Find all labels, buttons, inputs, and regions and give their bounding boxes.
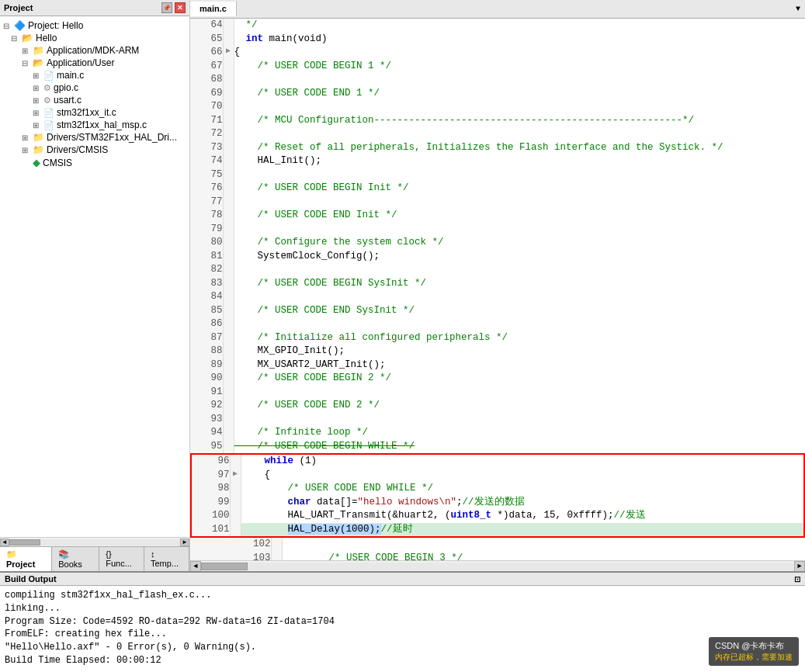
tree-item-hello[interactable]: ⊟ 📂 Hello <box>0 32 189 44</box>
editor-h-scrollbar[interactable]: ◄ ► <box>190 560 805 571</box>
code-content <box>234 290 805 304</box>
folder-icon: 📁 <box>33 132 44 143</box>
tree-item-app-user[interactable]: ⊟ 📂 Application/User <box>0 57 189 69</box>
pin-button[interactable]: 📌 <box>161 2 172 13</box>
line-arrow <box>223 154 234 168</box>
line-arrow <box>223 33 234 47</box>
scroll-left-btn[interactable]: ◄ <box>0 539 9 546</box>
code-content <box>234 127 805 141</box>
line-arrow <box>223 345 234 359</box>
scroll-right-btn[interactable]: ► <box>180 539 189 546</box>
code-content: /* USER CODE END 2 */ <box>234 399 805 413</box>
code-line-75: 75 <box>190 168 805 182</box>
tree-label: Project: Hello <box>28 20 83 31</box>
scroll-track[interactable] <box>201 563 794 570</box>
tree-item-project-root[interactable]: ⊟ 🔷 Project: Hello <box>0 19 189 32</box>
scroll-right-btn[interactable]: ► <box>794 561 805 572</box>
build-line-6: Build Time Elapsed: 00:00:12 <box>5 654 800 667</box>
code-line-65: 65 int main(void) <box>190 33 805 47</box>
line-number: 96 <box>191 454 230 469</box>
line-number: 69 <box>190 87 223 101</box>
line-number: 71 <box>190 114 223 128</box>
tab-project[interactable]: 📁 Project <box>0 547 52 571</box>
file-icon: 📄 <box>43 108 54 118</box>
line-number: 99 <box>191 496 230 510</box>
scroll-left-btn[interactable]: ◄ <box>190 561 201 572</box>
line-arrow <box>230 523 241 538</box>
code-line-78: 78 /* USER CODE END Init */ <box>190 209 805 223</box>
code-line-68: 68 <box>190 73 805 87</box>
code-content <box>234 196 805 210</box>
tree-label: Hello <box>36 33 57 43</box>
line-number: 97 <box>191 469 230 483</box>
code-content: { <box>234 46 805 60</box>
line-number: 90 <box>190 372 223 386</box>
code-line-94: 94 /* Infinite loop */ <box>190 426 805 440</box>
code-content <box>234 100 805 114</box>
code-content <box>234 317 805 331</box>
code-line-79: 79 <box>190 223 805 237</box>
tab-temp[interactable]: ↕ Temp... <box>144 547 189 571</box>
line-number: 87 <box>190 331 223 345</box>
code-content <box>234 413 805 427</box>
code-line-70: 70 <box>190 100 805 114</box>
line-number: 95 <box>190 440 223 454</box>
code-content: /* USER CODE BEGIN Init */ <box>234 182 805 196</box>
line-number: 70 <box>190 100 223 114</box>
tree-item-usart-c[interactable]: ⊞ ⚙ usart.c <box>0 94 189 106</box>
h-scroll-track[interactable] <box>9 539 180 546</box>
code-content <box>234 168 805 182</box>
tab-func[interactable]: {} Func... <box>99 547 144 571</box>
tree-label: Drivers/STM32F1xx_HAL_Dri... <box>47 132 177 143</box>
code-content: SystemClock_Config(); <box>234 250 805 264</box>
tree-label: Application/User <box>47 57 114 68</box>
expand-icon: ⊟ <box>11 34 20 43</box>
tree-item-main-c[interactable]: ⊞ 📄 main.c <box>0 69 189 81</box>
panel-header-icons: 📌 ✕ <box>161 2 186 13</box>
line-arrow <box>223 60 234 74</box>
code-content: HAL_Init(); <box>234 154 805 168</box>
editor-tab-main-c[interactable]: main.c <box>190 2 237 16</box>
editor-tabs: main.c ▼ <box>190 0 805 19</box>
line-number: 66 <box>190 46 223 60</box>
gear-icon: ⚙ <box>43 95 51 106</box>
tree-item-gpio-c[interactable]: ⊞ ⚙ gpio.c <box>0 81 189 94</box>
line-arrow <box>223 141 234 155</box>
code-content: /* USER CODE BEGIN SysInit */ <box>234 277 805 291</box>
line-arrow <box>230 454 241 469</box>
panel-header-title: Project <box>4 3 33 12</box>
code-content: /* USER CODE END 1 */ <box>234 87 805 101</box>
build-line-3: Program Size: Code=4592 RO-data=292 RW-d… <box>5 615 800 629</box>
tree-item-mdk-arm[interactable]: ⊞ 📁 Application/MDK-ARM <box>0 44 189 57</box>
code-content <box>234 73 805 87</box>
code-line-71: 71 /* MCU Configuration-----------------… <box>190 114 805 128</box>
build-line-4: FromELF: creating hex file... <box>5 628 800 641</box>
tree-item-drivers-cmsis[interactable]: ⊞ 📁 Drivers/CMSIS <box>0 144 189 156</box>
file-icon: 📄 <box>43 71 54 81</box>
code-content: /* USER CODE BEGIN 1 */ <box>234 60 805 74</box>
tree-scrollbar[interactable]: ◄ ► <box>0 537 189 546</box>
tree-item-stm32f1xx-it[interactable]: ⊞ 📄 stm32f1xx_it.c <box>0 106 189 119</box>
editor-tab-arrow[interactable]: ▼ <box>791 2 805 16</box>
highlight-region: 96 while (1) 97 ▶ { 98 <box>190 453 805 538</box>
watermark: CSDN @卡布卡布 内存已超标，需要加速 <box>709 637 799 666</box>
line-arrow <box>223 196 234 210</box>
code-line-85: 85 /* USER CODE END SysInit */ <box>190 304 805 318</box>
tree-item-stm32f1xx-hal-msp[interactable]: ⊞ 📄 stm32f1xx_hal_msp.c <box>0 119 189 131</box>
code-content: /* USER CODE END SysInit */ <box>234 304 805 318</box>
code-line-77: 77 <box>190 196 805 210</box>
build-output-resize-icon[interactable]: ⊡ <box>794 575 800 584</box>
code-container[interactable]: 64 */ 65 int main(void) 66 ▶ { <box>190 19 805 560</box>
code-content: /* USER CODE BEGIN 2 */ <box>234 372 805 386</box>
tree-item-cmsis[interactable]: ◆ CMSIS <box>0 156 189 169</box>
tab-books[interactable]: 📚 Books <box>52 547 99 571</box>
line-arrow <box>223 386 234 400</box>
scroll-thumb <box>201 563 248 570</box>
close-panel-button[interactable]: ✕ <box>175 2 186 13</box>
code-line-90: 90 /* USER CODE BEGIN 2 */ <box>190 372 805 386</box>
code-content: /* Configure the system clock */ <box>234 236 805 250</box>
code-content: /* Reset of all peripherals, Initializes… <box>234 141 805 155</box>
line-arrow <box>223 182 234 196</box>
tree-item-drivers-stm32[interactable]: ⊞ 📁 Drivers/STM32F1xx_HAL_Dri... <box>0 131 189 144</box>
line-arrow <box>271 538 282 552</box>
